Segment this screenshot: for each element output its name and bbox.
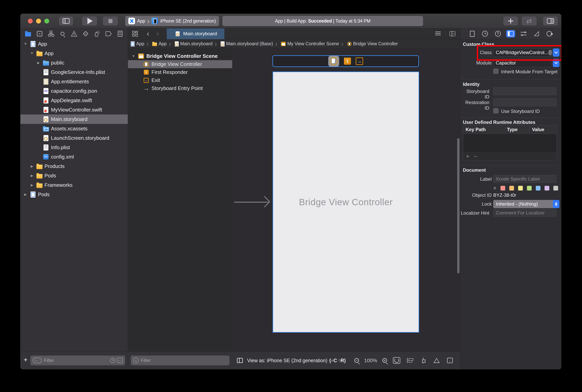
add-file-button[interactable]: + [23,356,28,364]
disclosure-triangle-icon[interactable] [131,54,136,58]
symbol-navigator-tab[interactable] [47,30,55,38]
disclosure-triangle-icon[interactable] [29,174,34,178]
file-row[interactable]: capacitor.config.json [20,86,128,96]
update-frames-button[interactable] [393,357,400,364]
report-navigator-tab[interactable] [116,30,124,38]
zoom-in-button[interactable]: + [382,358,387,363]
first-responder-icon[interactable]: 1 [344,58,351,65]
disclosure-triangle-icon[interactable] [29,164,34,168]
size-inspector-tab[interactable] [532,29,541,38]
library-button[interactable] [504,16,518,26]
align-button[interactable] [406,357,414,364]
editor-options-icon[interactable] [435,32,441,36]
run-button[interactable] [82,16,97,26]
quick-help-inspector-tab[interactable]: ? [494,29,503,38]
localizer-hint-field[interactable]: Comment For Localizer [493,209,556,217]
add-attribute-button[interactable]: + [466,153,470,160]
source-control-navigator-tab[interactable]: × [35,30,44,38]
file-row[interactable]: App [20,39,128,48]
no-color-swatch[interactable]: × [493,185,496,191]
color-swatch[interactable] [518,186,523,190]
navigator-filter-field[interactable]: ≡⌄ Filter +− [30,356,125,365]
project-navigator-tab[interactable] [24,30,32,38]
add-editor-icon[interactable] [450,31,455,36]
attributes-inspector-tab[interactable] [519,29,528,38]
file-row[interactable]: </>config.xml [20,152,128,162]
file-row[interactable]: AppDelegate.swift [20,96,128,105]
breadcrumb-item[interactable]: App [144,41,167,47]
disclosure-triangle-icon[interactable] [23,42,28,46]
toggle-outline-button[interactable] [237,358,243,363]
color-swatch[interactable] [527,186,532,190]
view-as-label[interactable]: View as: iPhone SE (2nd generation) [247,358,327,364]
editor-mode-button[interactable]: ⇄ [522,16,537,26]
file-row[interactable]: Info.plist [20,143,128,152]
connections-inspector-tab[interactable] [545,29,554,38]
color-swatch[interactable] [536,186,541,190]
minimize-window-button[interactable] [36,18,41,24]
restoration-id-field[interactable] [493,98,556,106]
breadcrumb-item[interactable]: Main.storyboard (Base) [212,41,273,47]
remove-attribute-button[interactable]: − [474,153,477,160]
disclosure-triangle-icon[interactable] [36,61,41,65]
zoom-window-button[interactable] [44,18,49,24]
breadcrumb-item[interactable]: My View Controller Scene [273,41,339,47]
file-row-selected[interactable]: Main.storyboard [20,114,128,124]
file-row[interactable]: App.entitlements [20,77,128,86]
breadcrumb-item[interactable]: App [131,41,144,46]
stop-button[interactable] [103,16,118,26]
file-row[interactable]: LaunchScreen.storyboard [20,133,128,143]
navigate-forward-button[interactable]: › [157,30,159,38]
storyboard-id-field[interactable] [493,87,556,95]
use-storyboard-id-checkbox[interactable] [493,108,499,114]
inherit-module-checkbox[interactable] [493,68,499,74]
test-navigator-tab[interactable] [81,30,90,38]
outline-row[interactable]: →Exit [128,76,232,84]
scheme-selector[interactable]: App › iPhone SE (2nd generation) [125,16,219,26]
canvas-vertical-scrollbar[interactable] [457,138,460,274]
disclosure-triangle-icon[interactable] [29,51,34,55]
file-row[interactable]: Products [20,162,128,171]
toggle-left-sidebar-button[interactable] [59,16,73,26]
recent-files-icon[interactable] [110,358,115,363]
tab-main-storyboard[interactable]: Main.storyboard [167,28,224,39]
file-inspector-tab[interactable] [468,29,477,38]
outline-row[interactable]: →Storyboard Entry Point [128,84,232,92]
close-window-button[interactable] [28,18,33,24]
outline-row[interactable]: 1First Responder [128,68,232,76]
file-row[interactable]: Pods [20,171,128,180]
debug-navigator-tab[interactable] [93,30,101,38]
outline-row-selected[interactable]: Bridge View Controller [128,60,232,68]
breadcrumb-item[interactable]: Bridge View Controller [339,41,398,47]
exit-icon[interactable]: → [356,58,363,65]
breadcrumb-item[interactable]: Main.storyboard [167,41,212,47]
zoom-level[interactable]: 100% [364,358,377,364]
view-controller-dock-item[interactable] [328,56,339,67]
view-controller-view[interactable]: Bridge View Controller [273,72,419,332]
file-row[interactable]: App [20,48,128,58]
file-row[interactable]: Frameworks [20,180,128,190]
history-inspector-tab[interactable] [481,29,490,38]
document-label-field[interactable]: Xcode Specific Label [493,175,556,183]
disclosure-triangle-icon[interactable] [29,183,34,187]
color-swatch[interactable] [554,186,558,190]
color-swatch[interactable] [545,186,549,190]
file-row[interactable]: public [20,58,128,68]
toggle-right-sidebar-button[interactable] [543,16,558,26]
add-constraints-button[interactable] [420,357,427,364]
file-row[interactable]: GoogleService-Info.plist [20,68,128,77]
related-items-button[interactable] [131,30,139,38]
file-row[interactable]: MyViewController.swift [20,105,128,114]
file-row[interactable]: Assets.xcassets [20,124,128,133]
storyboard-canvas[interactable]: 1 → Bridge View Controller [232,48,460,352]
file-row[interactable]: Pods [20,190,128,199]
source-control-status-icon[interactable]: +− [117,358,123,363]
disclosure-triangle-icon[interactable] [23,192,28,196]
lock-popup[interactable]: Inherited - (Nothing) [493,200,560,208]
embed-in-button[interactable]: ↓ [446,357,454,364]
issue-navigator-tab[interactable] [70,30,78,38]
scene-row[interactable]: Bridge View Controller Scene [128,52,232,60]
resolve-autolayout-button[interactable] [433,357,440,364]
runtime-attributes-body[interactable] [463,134,557,152]
find-navigator-tab[interactable] [58,30,67,38]
